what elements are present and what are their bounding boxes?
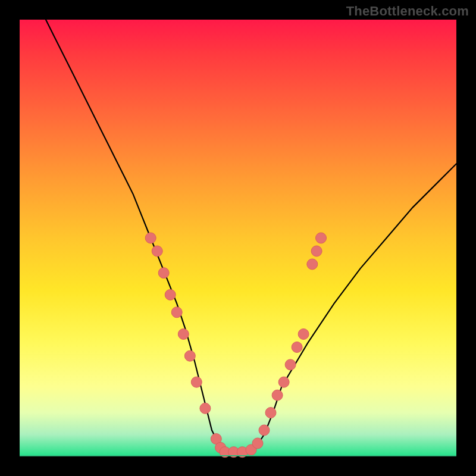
marker-dot [200, 403, 211, 414]
bottleneck-curve-path [46, 20, 456, 452]
marker-dot [265, 408, 276, 418]
marker-dot [316, 233, 327, 243]
marker-dot [171, 307, 182, 318]
marker-dot [184, 350, 195, 361]
marker-group [145, 233, 326, 458]
marker-dot [152, 246, 162, 256]
marker-dot [191, 377, 202, 387]
watermark-text: TheBottleneck.com [346, 4, 469, 19]
chart-frame: TheBottleneck.com [0, 0, 476, 476]
marker-dot [178, 329, 189, 340]
marker-dot [292, 342, 302, 353]
marker-dot [285, 359, 296, 370]
plot-area [20, 20, 456, 456]
marker-dot [272, 390, 283, 400]
marker-dot [259, 425, 270, 436]
marker-dot [307, 259, 318, 270]
marker-dot [158, 268, 169, 278]
marker-dot [298, 329, 309, 340]
marker-dot [165, 289, 176, 300]
marker-dot [145, 233, 156, 243]
marker-dot [252, 438, 263, 449]
bottleneck-curve [46, 20, 456, 452]
marker-dot [278, 377, 289, 387]
curve-layer [20, 20, 456, 456]
marker-dot [311, 246, 322, 256]
